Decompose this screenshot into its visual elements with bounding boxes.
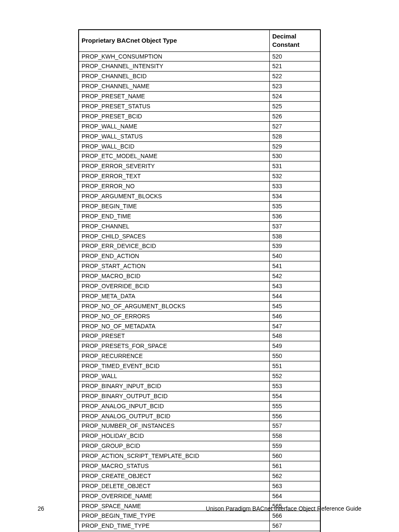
- bacnet-object-type-table: Proprietary BACnet Object Type Decimal C…: [78, 29, 321, 532]
- table-row: PROP_OVERRIDE_NAME564: [79, 491, 320, 501]
- table-row: PROP_END_ACTION540: [79, 251, 320, 261]
- object-type-cell: PROP_WALL_BCID: [79, 141, 269, 151]
- object-type-cell: PROP_END_TIME_TYPE: [79, 521, 269, 531]
- decimal-constant-cell: 541: [269, 261, 320, 271]
- decimal-constant-cell: 534: [269, 191, 320, 201]
- decimal-constant-cell: 526: [269, 111, 320, 121]
- table-row: PROP_PRESET_STATUS525: [79, 101, 320, 111]
- table-row: PROP_ACTION_SCRIPT_TEMPLATE_BCID560: [79, 451, 320, 461]
- object-type-cell: PROP_ANALOG_INPUT_BCID: [79, 401, 269, 411]
- table-row: PROP_NUMBER_OF_INSTANCES557: [79, 421, 320, 431]
- object-type-cell: PROP_NO_OF_ARGUMENT_BLOCKS: [79, 301, 269, 311]
- decimal-constant-cell: 520: [269, 51, 320, 61]
- decimal-constant-cell: 537: [269, 221, 320, 231]
- object-type-cell: PROP_ETC_MODEL_NAME: [79, 151, 269, 161]
- table-row: PROP_ANALOG_INPUT_BCID555: [79, 401, 320, 411]
- object-type-cell: PROP_WALL_NAME: [79, 121, 269, 131]
- decimal-constant-cell: 557: [269, 421, 320, 431]
- decimal-constant-cell: 538: [269, 231, 320, 241]
- object-type-cell: PROP_PRESET: [79, 331, 269, 341]
- decimal-constant-cell: 567: [269, 521, 320, 531]
- table-row: PROP_WALL_STATUS528: [79, 131, 320, 141]
- object-type-cell: PROP_PRESETS_FOR_SPACE: [79, 341, 269, 351]
- object-type-cell: PROP_MACRO_BCID: [79, 271, 269, 281]
- table-row: PROP_WALL_BCID529: [79, 141, 320, 151]
- object-type-cell: PROP_GROUP_BCID: [79, 441, 269, 451]
- object-type-cell: PROP_BINARY_OUTPUT_BCID: [79, 391, 269, 401]
- decimal-constant-cell: 553: [269, 381, 320, 391]
- decimal-constant-cell: 531: [269, 161, 320, 171]
- object-type-cell: PROP_BEGIN_TIME_TYPE: [79, 511, 269, 521]
- table-row: PROP_ARGUMENT_BLOCKS534: [79, 191, 320, 201]
- table-row: PROP_PRESET548: [79, 331, 320, 341]
- decimal-constant-cell: 563: [269, 481, 320, 491]
- table-row: PROP_CHANNEL537: [79, 221, 320, 231]
- decimal-constant-cell: 523: [269, 82, 320, 92]
- table-row: PROP_TIMED_EVENT_BCID551: [79, 361, 320, 371]
- table-row: PROP_ERR_DEVICE_BCID539: [79, 241, 320, 251]
- object-type-cell: PROP_WALL: [79, 371, 269, 381]
- decimal-constant-cell: 529: [269, 141, 320, 151]
- decimal-constant-cell: 546: [269, 311, 320, 321]
- decimal-constant-cell: 562: [269, 471, 320, 481]
- object-type-cell: PROP_ERROR_TEXT: [79, 171, 269, 182]
- decimal-constant-cell: 561: [269, 461, 320, 471]
- table-row: PROP_RECURRENCE550: [79, 351, 320, 361]
- doc-title: Unison Paradigm BACnet Interface Object …: [206, 505, 361, 512]
- table-row: PROP_CHANNEL_INTENSITY521: [79, 61, 320, 72]
- decimal-constant-cell: 548: [269, 331, 320, 341]
- decimal-constant-cell: 564: [269, 491, 320, 501]
- decimal-constant-cell: 560: [269, 451, 320, 461]
- table-row: PROP_OVERRIDE_BCID543: [79, 281, 320, 291]
- decimal-constant-cell: 559: [269, 441, 320, 451]
- decimal-constant-cell: 528: [269, 131, 320, 141]
- table-row: PROP_PRESET_NAME524: [79, 92, 320, 102]
- page-number: 26: [38, 505, 44, 512]
- object-type-cell: PROP_ANALOG_OUTPUT_BCID: [79, 411, 269, 421]
- table-row: PROP_MACRO_STATUS561: [79, 461, 320, 471]
- object-type-cell: PROP_NO_OF_ERRORS: [79, 311, 269, 321]
- decimal-constant-cell: 549: [269, 341, 320, 351]
- table-row: PROP_CHANNEL_NAME523: [79, 82, 320, 92]
- table-row: PROP_START_ACTION541: [79, 261, 320, 271]
- table-row: PROP_CHILD_SPACES538: [79, 231, 320, 241]
- table-row: PROP_ERROR_SEVERITY531: [79, 161, 320, 171]
- object-type-cell: PROP_HOLIDAY_BCID: [79, 431, 269, 441]
- object-type-cell: PROP_ARGUMENT_BLOCKS: [79, 191, 269, 201]
- object-type-cell: PROP_NUMBER_OF_INSTANCES: [79, 421, 269, 431]
- decimal-constant-cell: 547: [269, 321, 320, 331]
- object-type-cell: PROP_WALL_STATUS: [79, 131, 269, 141]
- table-row: PROP_BEGIN_TIME_TYPE566: [79, 511, 320, 521]
- page-footer: 26 Unison Paradigm BACnet Interface Obje…: [0, 505, 399, 512]
- object-type-cell: PROP_END_ACTION: [79, 251, 269, 261]
- decimal-constant-cell: 530: [269, 151, 320, 161]
- object-type-cell: PROP_ACTION_SCRIPT_TEMPLATE_BCID: [79, 451, 269, 461]
- object-type-cell: PROP_RECURRENCE: [79, 351, 269, 361]
- table-row: PROP_HOLIDAY_BCID558: [79, 431, 320, 441]
- object-type-cell: PROP_CHANNEL: [79, 221, 269, 231]
- table-row: PROP_DELETE_OBJECT563: [79, 481, 320, 491]
- table-row: PROP_WALL552: [79, 371, 320, 381]
- object-type-cell: PROP_ERR_DEVICE_BCID: [79, 241, 269, 251]
- decimal-constant-cell: 525: [269, 101, 320, 111]
- table-row: PROP_BINARY_OUTPUT_BCID554: [79, 391, 320, 401]
- table-row: PROP_PRESET_BCID526: [79, 111, 320, 121]
- table-row: PROP_PRESETS_FOR_SPACE549: [79, 341, 320, 351]
- table-row: PROP_NO_OF_ARGUMENT_BLOCKS545: [79, 301, 320, 311]
- table-row: PROP_NO_OF_METADATA547: [79, 321, 320, 331]
- decimal-constant-cell: 551: [269, 361, 320, 371]
- object-type-cell: PROP_PRESET_STATUS: [79, 101, 269, 111]
- table-header-name: Proprietary BACnet Object Type: [79, 30, 269, 51]
- object-type-cell: PROP_PRESET_NAME: [79, 92, 269, 102]
- table-row: PROP_KWH_CONSUMPTION520: [79, 51, 320, 61]
- table-row: PROP_META_DATA544: [79, 291, 320, 301]
- decimal-constant-cell: 556: [269, 411, 320, 421]
- table-row: PROP_ERROR_TEXT532: [79, 171, 320, 182]
- table-row: PROP_BINARY_INPUT_BCID553: [79, 381, 320, 391]
- decimal-constant-cell: 558: [269, 431, 320, 441]
- decimal-constant-cell: 554: [269, 391, 320, 401]
- object-type-cell: PROP_CHANNEL_NAME: [79, 82, 269, 92]
- object-type-cell: PROP_META_DATA: [79, 291, 269, 301]
- decimal-constant-cell: 550: [269, 351, 320, 361]
- object-type-cell: PROP_PRESET_BCID: [79, 111, 269, 121]
